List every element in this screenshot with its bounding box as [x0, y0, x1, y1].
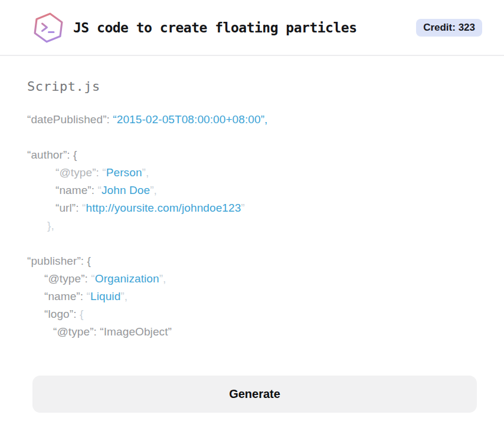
code-line: “@type”: “Organization”,	[27, 270, 477, 288]
code-token: “datePublished”:	[27, 113, 113, 126]
code-line: },	[27, 217, 477, 235]
code-line-blank	[27, 235, 477, 252]
code-line: “url”: “http://yoursite.com/johndoe123”	[27, 199, 477, 217]
code-line: “@type”: “Person”,	[27, 164, 477, 182]
code-token: ”,	[120, 290, 127, 302]
code-token: {	[80, 308, 83, 320]
code-line: “publisher”: {	[27, 252, 477, 270]
code-token: “name”:	[55, 184, 98, 196]
code-token: },	[47, 219, 54, 232]
code-token: “publisher”: {	[27, 255, 91, 267]
code-value: Organization	[95, 272, 159, 285]
filename-heading: Script.js	[27, 80, 477, 94]
code-token: “author”: {	[27, 149, 77, 161]
code-token: ”,	[150, 184, 157, 196]
code-value: John Doe	[102, 184, 150, 196]
code-value: Liquid	[90, 290, 120, 302]
code-token: “logo”:	[44, 308, 80, 320]
code-token: “@type”: “ImageObject”	[53, 325, 172, 338]
code-token: ”,	[142, 166, 149, 179]
code-token: ”	[241, 202, 244, 214]
code-line-blank	[27, 129, 477, 146]
code-line: “name”: “Liquid”,	[27, 288, 477, 305]
code-token: “url”:	[55, 202, 82, 214]
credit-badge: Credit: 323	[416, 19, 482, 37]
header: JS code to create floating particles Cre…	[0, 0, 504, 56]
code-value: “2015-02-05T08:00:00+08:00”,	[113, 113, 267, 126]
code-line: “name”: “John Doe”,	[27, 182, 477, 199]
code-block: “datePublished”: “2015-02-05T08:00:00+08…	[27, 111, 477, 341]
code-token: ”,	[159, 272, 166, 285]
code-line: “logo”: {	[27, 305, 477, 323]
code-token: “@type”:	[44, 272, 91, 285]
code-value: Person	[106, 166, 142, 179]
code-line: “@type”: “ImageObject”	[27, 323, 477, 341]
code-value: http://yoursite.com/johndoe123	[86, 202, 241, 214]
code-token: “@type”:	[55, 166, 102, 179]
generate-button[interactable]: Generate	[32, 376, 477, 413]
code-token: “name”:	[44, 290, 87, 302]
code-line: “datePublished”: “2015-02-05T08:00:00+08…	[27, 111, 477, 129]
code-line: “author”: {	[27, 146, 477, 164]
main-content: Script.js “datePublished”: “2015-02-05T0…	[0, 56, 504, 413]
terminal-hexagon-icon	[32, 11, 64, 44]
page-title: JS code to create floating particles	[73, 20, 357, 35]
